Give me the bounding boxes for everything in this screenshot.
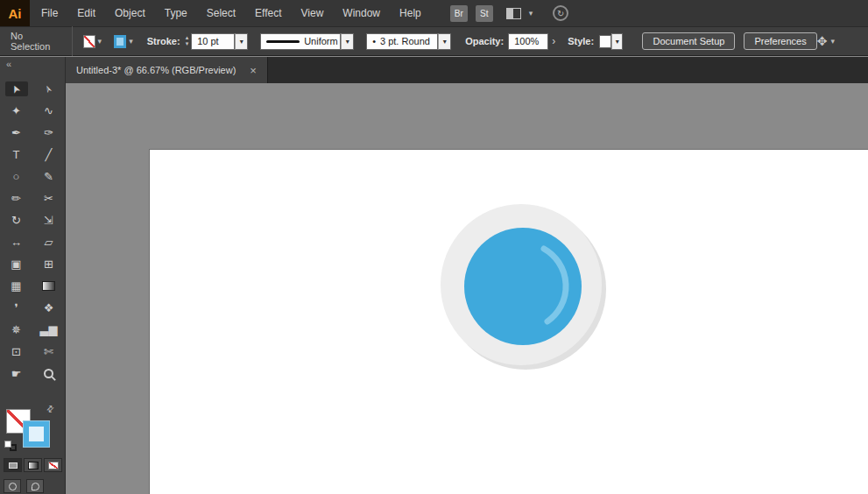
sync-icon[interactable]: ↻ [553,5,568,21]
tool-scale[interactable]: ⇲ [38,213,60,228]
opacity-field[interactable]: 100% [508,33,548,50]
gradient-button[interactable] [24,458,42,472]
tool-pencil[interactable]: ✏ [5,191,28,206]
stroke-weight-field[interactable]: 10 pt [191,33,235,50]
tool-pen[interactable]: ✒ [5,125,28,140]
close-icon[interactable]: × [250,64,257,77]
chevron-down-icon[interactable]: ▾ [529,9,533,18]
menu-edit[interactable]: Edit [67,0,105,26]
chevron-down-icon[interactable]: ▾ [129,37,133,46]
stock-button[interactable]: St [476,5,493,22]
stroke-swatch-blue[interactable] [24,421,49,447]
menu-view[interactable]: View [292,0,334,26]
width-profile-dropdown[interactable]: ▾ [341,33,354,50]
tool-magic-wand[interactable]: ✦ [5,103,28,118]
collapse-panel-icon[interactable]: « [6,59,11,69]
free-transform-icon: ▱ [45,236,53,248]
tool-type[interactable]: T [5,147,28,162]
draw-behind-icon [32,483,39,490]
tool-blend[interactable]: ❖ [38,300,60,315]
color-mode-row [4,458,62,472]
tool-hand[interactable]: ☛ [5,366,28,381]
menu-window[interactable]: Window [333,0,390,26]
draw-normal-icon [9,483,17,490]
menu-object[interactable]: Object [105,0,155,26]
tool-paintbrush[interactable]: ✎ [38,169,60,184]
style-swatch[interactable] [599,35,611,48]
stroke-label: Stroke: [147,36,180,46]
menu-select[interactable]: Select [197,0,245,26]
fill-color-swatch[interactable] [83,35,95,48]
swap-fill-stroke-icon[interactable]: ⇄ [44,403,56,415]
selection-status: No Selection [11,31,60,52]
paintbrush-icon: ✎ [44,171,53,182]
opacity-flyout-icon[interactable]: › [552,35,555,47]
tool-symbol-sprayer[interactable]: ✵ [5,322,28,337]
brush-dropdown[interactable]: ▾ [438,33,451,50]
menu-type[interactable]: Type [155,0,197,26]
slice-icon: ✄ [44,346,53,357]
tool-perspective-grid[interactable]: ⊞ [38,257,60,272]
artboard-icon: ⊡ [11,346,21,357]
menu: File Edit Object Type Select Effect View… [32,0,431,26]
draw-normal-button[interactable] [4,479,21,493]
draw-behind-button[interactable] [26,479,44,493]
tool-column-graph[interactable]: ▃▆ [38,322,60,337]
canvas-pasteboard[interactable] [66,83,868,494]
selection-icon: ➤ [10,82,23,95]
tool-lasso[interactable]: ∿ [38,103,60,118]
document-setup-button[interactable]: Document Setup [642,32,735,50]
opacity-group: 100% [508,33,548,50]
stroke-preview-line [266,40,300,43]
rotate-icon: ↻ [11,215,21,226]
brush-field[interactable]: • 3 pt. Round [366,33,438,50]
circle-artwork[interactable] [435,199,610,374]
workspace-icon[interactable] [506,8,521,19]
gradient-fill-icon [28,462,39,469]
tool-selection[interactable]: ➤ [5,81,28,96]
tool-shape-builder[interactable]: ▣ [5,257,28,272]
menu-bar: Ai File Edit Object Type Select Effect V… [0,0,868,26]
menu-file[interactable]: File [32,0,67,26]
menu-help[interactable]: Help [390,0,431,26]
none-button[interactable] [44,458,62,472]
default-fill-stroke-icon[interactable] [4,441,17,451]
eyedropper-icon: ❜ [14,302,18,314]
step-down-icon[interactable]: ▾ [186,41,189,47]
stroke-weight-dropdown[interactable]: ▾ [235,33,248,50]
color-button[interactable] [4,458,22,472]
preferences-button[interactable]: Preferences [744,32,816,50]
tool-gradient[interactable] [38,279,60,293]
width-profile-field[interactable]: Uniform [260,33,341,50]
stroke-weight-stepper[interactable]: ▴ ▾ [186,35,189,47]
tool-line-segment[interactable]: ╱ [38,147,60,162]
tool-width[interactable]: ↔ [5,235,28,250]
chevron-down-icon[interactable]: ▾ [98,37,102,46]
tool-artboard[interactable]: ⊡ [5,344,28,359]
tool-free-transform[interactable]: ▱ [38,235,60,250]
menu-effect[interactable]: Effect [245,0,291,26]
ellipse-icon: ○ [13,171,20,182]
document-tab[interactable]: Untitled-3* @ 66.67% (RGB/Preview) × [66,57,268,83]
tool-scissors[interactable]: ✂ [38,191,60,206]
transform-widget[interactable]: ✥ ▾ [817,34,835,48]
artboard[interactable] [149,149,868,494]
tool-eyedropper[interactable]: ❜ [5,300,28,315]
default-fill-chip [4,441,11,448]
tool-zoom[interactable] [38,366,60,381]
tool-ellipse[interactable]: ○ [5,169,28,184]
tool-mesh[interactable]: ▦ [5,279,28,293]
tool-rotate[interactable]: ↻ [5,213,28,228]
document-tab-bar: Untitled-3* @ 66.67% (RGB/Preview) × [66,57,868,83]
zoom-icon [44,369,53,378]
chevron-down-icon[interactable]: ▾ [830,37,835,46]
blend-icon: ❖ [44,302,54,314]
tool-direct-selection[interactable]: ➢ [38,81,60,96]
shape-builder-icon: ▣ [11,258,21,270]
tool-curvature[interactable]: ✑ [38,125,60,140]
divider [72,26,73,56]
style-dropdown[interactable]: ▾ [611,33,624,50]
stroke-color-swatch[interactable] [114,35,126,48]
bridge-button[interactable]: Br [450,5,468,22]
tool-slice[interactable]: ✄ [38,344,60,359]
